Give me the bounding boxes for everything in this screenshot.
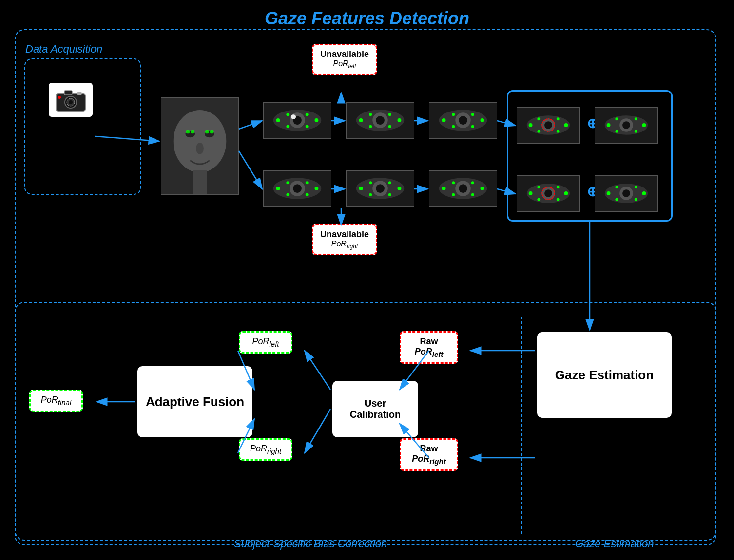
svg-point-12 xyxy=(191,130,194,133)
svg-point-87 xyxy=(537,130,540,133)
svg-point-77 xyxy=(471,193,474,196)
svg-point-119 xyxy=(635,198,637,201)
svg-point-96 xyxy=(635,117,637,120)
svg-point-24 xyxy=(286,113,289,116)
gaze-features-detection-title: Gaze Features Detection xyxy=(265,8,469,29)
svg-rect-5 xyxy=(77,92,82,95)
svg-point-11 xyxy=(186,130,190,133)
svg-point-47 xyxy=(471,125,474,128)
svg-point-105 xyxy=(564,191,568,195)
svg-point-45 xyxy=(471,113,474,116)
eye-top-row-2 xyxy=(346,102,414,139)
svg-point-106 xyxy=(537,186,540,188)
svg-point-13 xyxy=(205,130,209,133)
svg-point-72 xyxy=(442,187,446,190)
svg-point-75 xyxy=(471,181,474,184)
svg-point-62 xyxy=(359,187,363,190)
unavailable-por-left: Unavailable PoRleft xyxy=(312,44,377,75)
svg-point-52 xyxy=(276,187,280,190)
svg-point-76 xyxy=(452,193,455,196)
svg-point-108 xyxy=(537,198,540,201)
svg-point-54 xyxy=(286,181,289,184)
svg-point-44 xyxy=(452,113,455,116)
svg-point-25 xyxy=(306,113,309,116)
svg-point-95 xyxy=(615,117,618,120)
eye-bot-row-2 xyxy=(346,170,414,207)
por-left-box: PoRleft xyxy=(239,331,292,354)
svg-point-73 xyxy=(480,187,484,190)
unavail-left-title: Unavailable xyxy=(320,49,369,59)
svg-point-36 xyxy=(369,125,372,128)
svg-point-32 xyxy=(359,118,363,122)
por-final-box: PoRfinal xyxy=(29,390,83,412)
por-right-box: PoRright xyxy=(239,438,292,461)
svg-point-64 xyxy=(369,181,372,184)
unavailable-por-right: Unavailable PoRright xyxy=(312,224,377,255)
svg-point-92 xyxy=(622,121,630,129)
data-acquisition-box xyxy=(24,58,141,195)
svg-point-66 xyxy=(369,193,372,196)
svg-point-57 xyxy=(306,193,309,196)
svg-point-67 xyxy=(388,193,391,196)
subject-bias-label: Subject-Specific Bias Correction xyxy=(234,538,387,550)
gaze-estimation-box: Gaze Estimation xyxy=(536,331,673,419)
face-image xyxy=(161,97,239,195)
svg-point-83 xyxy=(529,123,533,127)
svg-point-8 xyxy=(174,110,227,172)
svg-point-115 xyxy=(642,191,646,195)
svg-point-63 xyxy=(397,187,401,190)
svg-point-3 xyxy=(69,100,73,104)
svg-point-118 xyxy=(615,198,618,201)
svg-point-113 xyxy=(622,189,630,197)
svg-point-109 xyxy=(557,198,560,201)
svg-point-117 xyxy=(635,186,637,188)
svg-point-55 xyxy=(306,181,309,184)
svg-point-46 xyxy=(452,125,455,128)
svg-rect-16 xyxy=(193,170,207,194)
svg-point-61 xyxy=(376,184,385,193)
svg-point-88 xyxy=(557,130,560,133)
svg-point-21 xyxy=(291,114,296,119)
svg-point-86 xyxy=(557,117,560,120)
unavail-right-subtitle: PoRright xyxy=(320,240,369,250)
eye-top-row-3 xyxy=(429,102,497,139)
svg-point-102 xyxy=(544,189,552,197)
svg-point-31 xyxy=(376,116,385,125)
user-calibration-box: User Calibration xyxy=(331,380,419,438)
unavail-right-title: Unavailable xyxy=(320,229,369,240)
unavail-left-subtitle: PoRleft xyxy=(320,59,369,70)
gaze-estimation-bottom-label: Gaze Estimation xyxy=(575,538,654,550)
svg-point-42 xyxy=(442,118,446,122)
eye-group-top-left xyxy=(517,107,580,144)
eye-group-top-right xyxy=(595,107,658,144)
data-acquisition-label: Data Acquisition xyxy=(25,43,102,56)
svg-point-34 xyxy=(369,113,372,116)
svg-point-41 xyxy=(459,116,467,125)
eye-bot-row-1 xyxy=(263,170,331,207)
svg-point-93 xyxy=(607,123,611,127)
svg-point-27 xyxy=(306,125,309,128)
svg-point-26 xyxy=(286,125,289,128)
svg-point-23 xyxy=(314,118,318,122)
svg-point-74 xyxy=(452,181,455,184)
svg-point-56 xyxy=(286,193,289,196)
svg-point-37 xyxy=(388,125,391,128)
svg-point-98 xyxy=(635,130,637,133)
eye-group-bottom-right xyxy=(595,175,658,212)
svg-point-51 xyxy=(293,184,302,193)
camera-icon xyxy=(49,83,93,117)
eye-group-bottom-left xyxy=(517,175,580,212)
svg-point-84 xyxy=(564,123,568,127)
svg-rect-4 xyxy=(64,91,72,95)
svg-point-35 xyxy=(388,113,391,116)
svg-point-65 xyxy=(388,181,391,184)
svg-point-43 xyxy=(480,118,484,122)
raw-por-left: Raw PoRleft xyxy=(400,331,458,364)
svg-point-116 xyxy=(615,186,618,188)
raw-por-right: Raw PoRright xyxy=(400,438,458,471)
svg-point-22 xyxy=(276,118,280,122)
svg-point-85 xyxy=(537,117,540,120)
svg-point-14 xyxy=(210,130,214,133)
svg-point-71 xyxy=(459,184,467,193)
adaptive-fusion-box: Adaptive Fusion xyxy=(136,365,253,438)
